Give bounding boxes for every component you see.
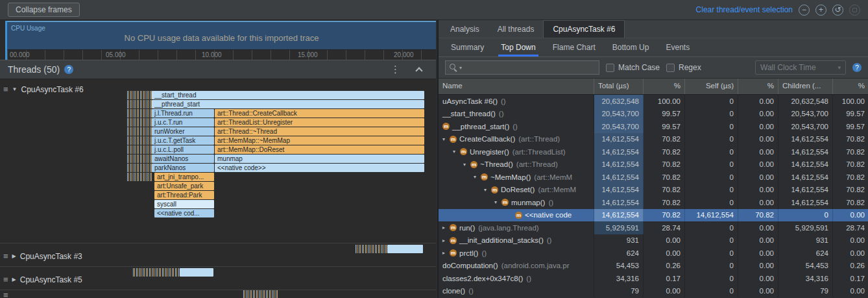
match-case-checkbox[interactable] — [606, 64, 614, 72]
flame-frame[interactable]: art:Thread:Park — [154, 191, 214, 199]
flame-frame[interactable]: art:Unsafe_park — [154, 182, 214, 190]
cpu-usage-chart[interactable]: CPU Usage No CPU usage data available fo… — [7, 21, 436, 49]
drag-handle-icon[interactable]: ≡ — [3, 251, 8, 261]
method-name-cell[interactable]: ▾mCreateCallback()(art::Thread) — [439, 133, 594, 146]
table-row[interactable]: ▾mDoReset()(art::MemM14,612,55470.8200.0… — [439, 184, 868, 197]
search-box[interactable]: ▾ — [445, 60, 599, 75]
table-row[interactable]: m<<native code14,612,55470.8214,612,5547… — [439, 209, 868, 222]
method-name-cell[interactable]: ▸mrun()(java.lang.Thread) — [439, 221, 594, 234]
drag-handle-icon[interactable]: ≡ — [3, 290, 8, 298]
regex-option[interactable]: Regex — [666, 63, 701, 72]
method-name-cell[interactable]: ▾m~Thread()(art::Thread) — [439, 158, 594, 171]
flame-frame[interactable]: j.u.c.L.poll — [152, 145, 214, 154]
clock-type-dropdown[interactable]: Wall Clock Time ▾ — [755, 60, 846, 75]
flame-frame[interactable]: <<native code>> — [215, 164, 424, 172]
drag-handle-icon[interactable]: ≡ — [3, 275, 8, 284]
table-row[interactable]: classes2.dex+0x347c8()()34,3160.1700.003… — [439, 272, 868, 285]
table-row[interactable]: __start_thread()()20,543,70099.5700.0020… — [439, 108, 868, 121]
subtab-events[interactable]: Events — [657, 38, 698, 56]
table-row[interactable]: ▸m__init_additional_stacks()()9310.0000.… — [439, 234, 868, 247]
tree-twisty-icon[interactable]: ▾ — [442, 136, 450, 142]
activity-segment[interactable] — [180, 268, 213, 277]
tree-twisty-icon[interactable]: ▸ — [442, 238, 450, 243]
tree-twisty-icon[interactable]: ▸ — [442, 250, 450, 256]
method-name-cell[interactable]: __start_thread()() — [439, 108, 594, 121]
table-row[interactable]: ▸mprctl()()6240.0000.006240.00 — [439, 247, 868, 260]
tree-twisty-icon[interactable]: ▾ — [474, 174, 481, 180]
column-header-[interactable]: % — [833, 79, 868, 94]
flame-frame[interactable]: __start_thread — [152, 91, 424, 99]
flame-frame[interactable]: parkNanos — [152, 164, 214, 172]
flame-frame[interactable]: art_jni_trampo... — [154, 173, 214, 181]
flame-frame[interactable]: awaitNanos — [152, 155, 214, 163]
tab-analysis[interactable]: Analysis — [441, 20, 488, 38]
tree-twisty-icon[interactable]: ▾ — [494, 199, 501, 205]
activity-segment[interactable] — [387, 245, 423, 253]
subtab-bottom-up[interactable]: Bottom Up — [604, 38, 658, 56]
flame-frame[interactable]: syscall — [154, 200, 214, 208]
flame-frame[interactable]: art::MemMap::~MemMap — [215, 136, 424, 145]
method-name-cell[interactable]: clone()() — [439, 285, 594, 298]
flame-frame[interactable]: art::ThreadList::Unregister — [215, 118, 424, 127]
zoom-out-icon[interactable]: − — [799, 5, 810, 16]
thread-row-cpuasynctask-6[interactable]: __start_thread__pthread_startj.l.Thread.… — [0, 79, 436, 243]
flame-frame[interactable]: munmap — [215, 155, 424, 163]
reset-zoom-icon[interactable]: ↺ — [832, 5, 843, 16]
method-name-cell[interactable]: ▸mprctl()() — [439, 247, 594, 260]
subtab-flame-chart[interactable]: Flame Chart — [544, 38, 604, 56]
thread-row-cpuasynctask-5[interactable]: ≡ ▶ CpuAsyncTask #5 — [0, 267, 436, 290]
flame-chart[interactable]: __start_thread__pthread_startj.l.Thread.… — [0, 79, 436, 243]
tab-all-threads[interactable]: All threads — [488, 20, 544, 38]
thread-activity-chart[interactable] — [0, 290, 436, 298]
flame-frame[interactable]: art::MemMap::DoReset — [215, 145, 424, 154]
table-row[interactable]: m__pthread_start()()20,543,70099.5700.00… — [439, 120, 868, 133]
table-row[interactable]: clone()()790.0000.00790.00 — [439, 285, 868, 298]
expand-triangle-icon[interactable]: ▼ — [12, 86, 18, 92]
method-name-cell[interactable]: doComputation()(android.com.java.pr — [439, 260, 594, 273]
expand-triangle-icon[interactable]: ▶ — [12, 277, 16, 282]
flame-frame[interactable]: j.u.c.T.run — [152, 118, 214, 127]
method-name-cell[interactable]: ▾mmunmap()() — [439, 196, 594, 209]
method-name-cell[interactable]: ▾mUnregister()(art::ThreadList) — [439, 145, 594, 158]
table-row[interactable]: ▾mmunmap()()14,612,55470.8200.0014,612,5… — [439, 196, 868, 209]
flame-frame[interactable]: __pthread_start — [152, 100, 424, 108]
regex-checkbox[interactable] — [666, 64, 675, 72]
collapse-section-icon[interactable] — [415, 67, 422, 74]
table-row[interactable]: doComputation()(android.com.java.pr54,45… — [439, 260, 868, 273]
clear-selection-link[interactable]: Clear thread/event selection — [696, 5, 793, 14]
drag-handle-icon[interactable]: ≡ — [3, 84, 8, 94]
search-history-caret-icon[interactable]: ▾ — [459, 65, 462, 71]
table-row[interactable]: ▾m~MemMap()(art::MemM14,612,55470.8200.0… — [439, 171, 868, 184]
table-row[interactable]: uAsyncTask #6()()20,632,548100.0000.0020… — [439, 95, 868, 108]
column-header-children[interactable]: Children (... — [778, 79, 833, 94]
threads-help-icon[interactable]: ? — [64, 65, 73, 74]
method-name-cell[interactable]: classes2.dex+0x347c8()() — [439, 272, 594, 285]
table-row[interactable]: ▸mrun()(java.lang.Thread)5,929,59128.740… — [439, 221, 868, 234]
threads-menu-icon[interactable]: ⋮ — [387, 64, 404, 75]
column-header-[interactable]: % — [644, 79, 685, 94]
analysis-help-icon[interactable]: ? — [852, 63, 862, 72]
flame-frame[interactable]: <<native cod... — [154, 209, 214, 217]
flame-frame[interactable]: j.l.Thread.run — [152, 109, 214, 118]
column-header-self-s[interactable]: Self (µs) — [685, 79, 738, 94]
thread-row-partial[interactable]: ≡ — [0, 290, 436, 298]
tree-twisty-icon[interactable]: ▸ — [442, 225, 450, 230]
expand-triangle-icon[interactable]: ▶ — [12, 253, 16, 259]
flame-frame[interactable]: art::Thread::~Thread — [215, 127, 424, 136]
method-name-cell[interactable]: ▾m~MemMap()(art::MemM — [439, 171, 594, 184]
tree-twisty-icon[interactable]: ▾ — [463, 162, 470, 168]
method-name-cell[interactable]: ▾mDoReset()(art::MemM — [439, 184, 594, 197]
column-header-total-s[interactable]: Total (µs) — [594, 79, 644, 94]
method-name-cell[interactable]: m<<native code — [439, 209, 594, 222]
tree-twisty-icon[interactable]: ▾ — [484, 187, 491, 193]
match-case-option[interactable]: Match Case — [606, 63, 660, 72]
table-row[interactable]: ▾mCreateCallback()(art::Thread)14,612,55… — [439, 133, 868, 146]
subtab-summary[interactable]: Summary — [442, 38, 492, 56]
timeline-ruler[interactable]: 00.00005.00010.00015.00020.000 — [7, 49, 436, 60]
flame-frame[interactable]: runWorker — [152, 127, 214, 136]
flame-frame[interactable]: art::Thread::CreateCallback — [215, 109, 424, 118]
method-name-cell[interactable]: m__pthread_start()() — [439, 120, 594, 133]
collapse-frames-button[interactable]: Collapse frames — [8, 3, 80, 17]
flame-frame[interactable]: j.u.c.T.getTask — [152, 136, 214, 145]
method-name-cell[interactable]: uAsyncTask #6()() — [439, 95, 594, 108]
